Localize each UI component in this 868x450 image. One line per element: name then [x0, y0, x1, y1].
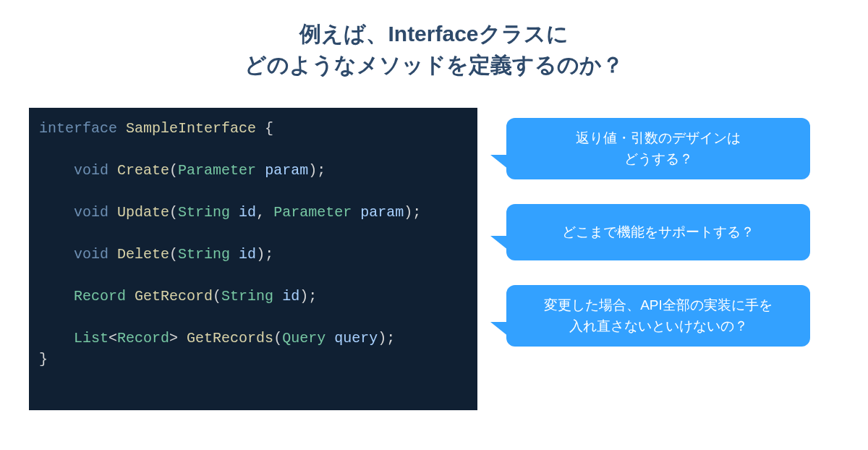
type-query: Query [282, 330, 326, 347]
space [178, 330, 187, 347]
param-query: query [334, 330, 378, 347]
type-string: String [178, 246, 230, 263]
interface-name: SampleInterface [126, 120, 256, 137]
angle-open: < [109, 330, 117, 347]
return-void: void [74, 204, 109, 221]
paren-close: ) [299, 288, 308, 305]
semicolon: ; [386, 330, 395, 347]
space [273, 288, 282, 305]
type-parameter: Parameter [273, 204, 352, 221]
paren-close: ) [404, 204, 412, 221]
param-param: param [265, 162, 308, 179]
space [117, 120, 126, 137]
return-list: List [74, 330, 109, 347]
indent [39, 330, 74, 347]
bubble-text: どこまで機能をサポートする？ [562, 222, 754, 243]
space [230, 204, 239, 221]
bubble-text: 変更した場合、API全部の実装に手を入れ直さないといけないの？ [544, 295, 773, 336]
indent [39, 246, 74, 263]
indent [39, 288, 74, 305]
type-string: String [221, 288, 273, 305]
brace-open: { [265, 120, 273, 137]
method-getrecord: GetRecord [135, 288, 213, 305]
space [230, 246, 239, 263]
space [352, 204, 360, 221]
bubble-change-impl: 変更した場合、API全部の実装に手を入れ直さないといけないの？ [506, 285, 810, 347]
generic-record: Record [117, 330, 169, 347]
method-create: Create [117, 162, 169, 179]
method-delete: Delete [117, 246, 169, 263]
param-id: id [282, 288, 299, 305]
title-line2: どのようなメソッドを定義するのか？ [0, 50, 868, 81]
type-parameter: Parameter [178, 162, 256, 179]
space [109, 162, 117, 179]
paren-open: ( [169, 162, 178, 179]
semicolon: ; [308, 288, 317, 305]
return-record: Record [74, 288, 126, 305]
paren-open: ( [273, 330, 282, 347]
indent [39, 204, 74, 221]
space [256, 120, 265, 137]
method-update: Update [117, 204, 169, 221]
angle-close: > [169, 330, 178, 347]
content-area: interface SampleInterface { void Create(… [0, 108, 868, 410]
semicolon: ; [265, 246, 273, 263]
paren-close: ) [308, 162, 317, 179]
paren-close: ) [378, 330, 386, 347]
semicolon: ; [317, 162, 326, 179]
space [326, 330, 334, 347]
space [109, 204, 117, 221]
speech-bubbles: 返り値・引数のデザインはどうする？ どこまで機能をサポートする？ 変更した場合、… [477, 108, 839, 347]
bubble-feature-support: どこまで機能をサポートする？ [506, 204, 810, 260]
title-line1: 例えば、Interfaceクラスに [0, 19, 868, 50]
space [109, 246, 117, 263]
space [126, 288, 135, 305]
param-id: id [239, 246, 256, 263]
param-param: param [360, 204, 404, 221]
comma: , [256, 204, 273, 221]
paren-open: ( [169, 204, 178, 221]
keyword-interface: interface [39, 120, 117, 137]
space [256, 162, 265, 179]
semicolon: ; [412, 204, 421, 221]
indent [39, 162, 74, 179]
bubble-text: 返り値・引数のデザインはどうする？ [576, 128, 741, 169]
type-string: String [178, 204, 230, 221]
return-void: void [74, 246, 109, 263]
paren-open: ( [169, 246, 178, 263]
paren-close: ) [256, 246, 265, 263]
slide-title: 例えば、Interfaceクラスに どのようなメソッドを定義するのか？ [0, 0, 868, 80]
method-getrecords: GetRecords [187, 330, 273, 347]
brace-close: } [39, 351, 48, 368]
param-id: id [239, 204, 256, 221]
code-block: interface SampleInterface { void Create(… [29, 108, 477, 410]
return-void: void [74, 162, 109, 179]
paren-open: ( [213, 288, 221, 305]
bubble-return-args: 返り値・引数のデザインはどうする？ [506, 118, 810, 179]
